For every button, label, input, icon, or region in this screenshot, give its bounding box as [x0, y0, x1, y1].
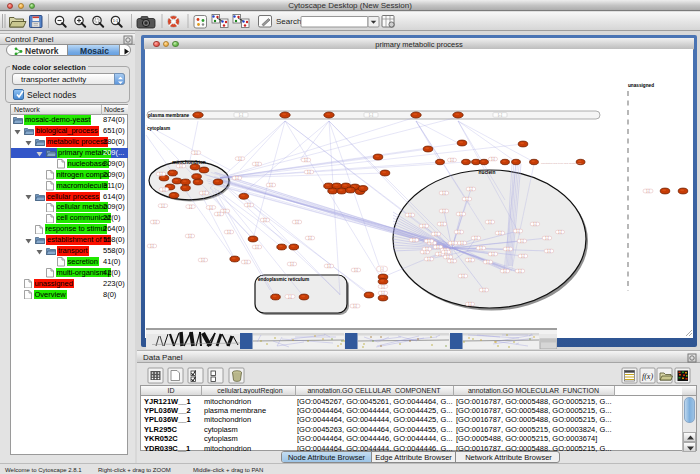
svg-text:[..]: [..] — [305, 158, 308, 162]
svg-text:[..]: [..] — [548, 249, 551, 253]
svg-text:[..]: [..] — [504, 269, 507, 273]
svg-text:[..]: [..] — [470, 187, 473, 191]
svg-text:[..]: [..] — [475, 236, 478, 240]
svg-text:[..]: [..] — [443, 191, 446, 195]
svg-text:[..]: [..] — [308, 170, 311, 174]
svg-text:[..]: [..] — [428, 257, 431, 261]
svg-text:[..]: [..] — [382, 285, 385, 289]
svg-text:[..]: [..] — [546, 236, 549, 240]
svg-text:[..]: [..] — [218, 212, 221, 216]
svg-text:[..]: [..] — [534, 222, 537, 226]
svg-text:1:1: 1:1 — [113, 18, 119, 23]
svg-text:[..]: [..] — [507, 247, 510, 251]
svg-text:[..]: [..] — [162, 204, 165, 208]
svg-text:[..]: [..] — [460, 212, 463, 216]
svg-text:endoplasmic reticulum: endoplasmic reticulum — [258, 277, 309, 282]
svg-text:[..]: [..] — [487, 260, 490, 264]
svg-text:[..]: [..] — [458, 230, 461, 234]
svg-text:[..]: [..] — [521, 239, 524, 243]
svg-text:[..]: [..] — [451, 259, 454, 263]
svg-text:[..]: [..] — [435, 232, 438, 236]
svg-text:[..]: [..] — [480, 246, 483, 250]
svg-text:[..]: [..] — [223, 209, 226, 213]
svg-text:unassigned: unassigned — [628, 83, 654, 88]
svg-text:[..]: [..] — [289, 295, 292, 299]
svg-text:[-,-]: [-,-] — [369, 113, 373, 117]
svg-text:[..]: [..] — [195, 151, 198, 155]
svg-text:cytoplasm: cytoplasm — [147, 126, 170, 131]
svg-text:[..]: [..] — [355, 268, 358, 272]
svg-text:[..]: [..] — [270, 183, 273, 187]
svg-text:[..]: [..] — [423, 224, 426, 228]
svg-text:[..]: [..] — [151, 244, 154, 248]
svg-text:[..]: [..] — [483, 288, 486, 292]
svg-text:[..]: [..] — [461, 241, 464, 245]
svg-text:[..]: [..] — [447, 255, 450, 259]
svg-text:[..]: [..] — [647, 189, 650, 193]
svg-text:[-,-]: [-,-] — [498, 113, 502, 117]
svg-text:[..]: [..] — [499, 231, 502, 235]
svg-text:[..]: [..] — [264, 218, 267, 222]
svg-text:[..]: [..] — [519, 269, 522, 273]
svg-text:[-,-]: [-,-] — [239, 113, 243, 117]
svg-text:[..]: [..] — [451, 158, 454, 162]
svg-text:[..]: [..] — [291, 262, 294, 266]
svg-text:[..]: [..] — [328, 264, 331, 268]
svg-text:[..]: [..] — [469, 258, 472, 262]
svg-text:[..]: [..] — [203, 191, 206, 195]
svg-text:[..]: [..] — [309, 236, 312, 240]
svg-text:[..]: [..] — [409, 213, 412, 217]
svg-text:[..]: [..] — [466, 197, 469, 201]
svg-text:nuclein: nuclein — [479, 170, 496, 175]
svg-text:[..]: [..] — [413, 238, 416, 242]
svg-text:[..]: [..] — [245, 260, 248, 264]
svg-text:Search:: Search: — [276, 17, 304, 26]
svg-text:[..]: [..] — [437, 245, 440, 249]
svg-text:[..]: [..] — [489, 220, 492, 224]
svg-text:[..]: [..] — [381, 267, 384, 271]
svg-text:[..]: [..] — [296, 220, 299, 224]
svg-text:[..]: [..] — [239, 157, 242, 161]
svg-text:[..]: [..] — [189, 234, 192, 238]
svg-text:annotation.GO-term-and-another: annotation.GO-term-and-another-lab — [541, 162, 582, 165]
svg-text:[..]: [..] — [452, 241, 455, 245]
svg-text:[..]: [..] — [517, 229, 520, 233]
svg-text:[..]: [..] — [160, 172, 163, 176]
svg-text:[..]: [..] — [189, 205, 192, 209]
svg-text:[..]: [..] — [559, 230, 562, 234]
svg-text:[..]: [..] — [256, 162, 259, 166]
svg-text:[..]: [..] — [210, 206, 213, 210]
svg-text:[..]: [..] — [354, 304, 357, 308]
svg-text:[..]: [..] — [228, 230, 231, 234]
svg-text:[..]: [..] — [492, 157, 495, 161]
svg-text:[..]: [..] — [163, 188, 166, 192]
svg-text:[..]: [..] — [462, 274, 465, 278]
svg-text:[..]: [..] — [382, 291, 385, 295]
svg-text:[..]: [..] — [428, 239, 431, 243]
svg-text:[..]: [..] — [522, 254, 525, 258]
svg-text:[..]: [..] — [248, 203, 251, 207]
svg-text:[..]: [..] — [441, 222, 444, 226]
svg-text:[..]: [..] — [236, 176, 239, 180]
svg-text:[..]: [..] — [426, 247, 429, 251]
svg-text:[..]: [..] — [180, 164, 183, 168]
svg-text:[..]: [..] — [256, 245, 259, 249]
svg-text:plasma membrane: plasma membrane — [148, 113, 190, 118]
svg-text:[..]: [..] — [469, 302, 472, 306]
svg-text:[..]: [..] — [492, 252, 495, 256]
svg-text:[..]: [..] — [445, 250, 448, 254]
svg-text:f(x): f(x) — [642, 372, 653, 381]
svg-text:[..]: [..] — [154, 220, 157, 224]
svg-text:[..]: [..] — [202, 258, 205, 262]
svg-text:[..]: [..] — [443, 209, 446, 213]
